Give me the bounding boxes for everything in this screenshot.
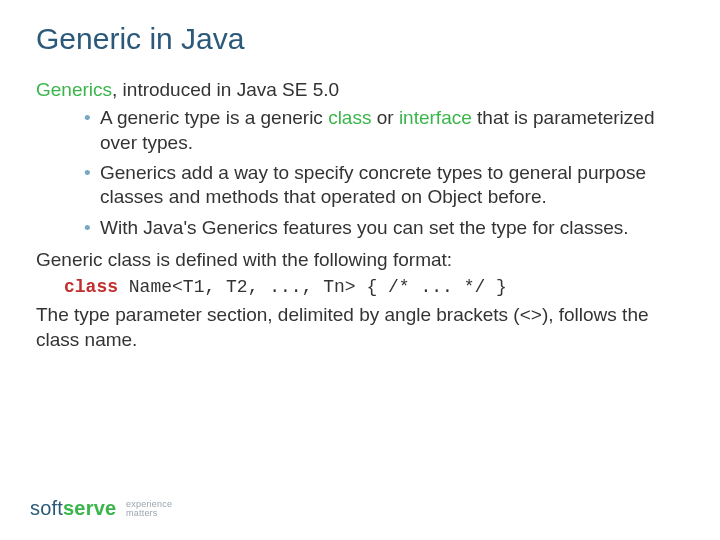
keyword-class: class — [328, 107, 371, 128]
bullet-text: Generics add a way to specify concrete t… — [100, 162, 646, 207]
keyword-class-code: class — [64, 277, 118, 297]
logo-tag2: matters — [126, 509, 172, 518]
bullet-text: With Java's Generics features you can se… — [100, 217, 628, 238]
intro-rest: , introduced in Java SE 5.0 — [112, 79, 339, 100]
keyword-generics: Generics — [36, 79, 112, 100]
format-line: Generic class is defined with the follow… — [36, 248, 684, 272]
slide-body: Generics, introduced in Java SE 5.0 A ge… — [36, 78, 684, 352]
bullet-text: A generic type is a generic — [100, 107, 328, 128]
code-rest: Name<T1, T2, ..., Tn> { /* ... */ } — [118, 277, 507, 297]
logo-serve: serve — [63, 497, 116, 519]
slide-title: Generic in Java — [36, 22, 684, 56]
list-item: Generics add a way to specify concrete t… — [84, 161, 684, 210]
bullet-list: A generic type is a generic class or int… — [36, 106, 684, 240]
logo-tagline: experience matters — [126, 500, 172, 519]
bullet-text: or — [371, 107, 398, 128]
keyword-interface: interface — [399, 107, 472, 128]
logo-soft: soft — [30, 497, 63, 519]
logo: softserve experience matters — [30, 497, 172, 520]
intro-line: Generics, introduced in Java SE 5.0 — [36, 78, 684, 102]
closing-line: The type parameter section, delimited by… — [36, 303, 684, 352]
code-line: class Name<T1, T2, ..., Tn> { /* ... */ … — [64, 276, 684, 299]
list-item: A generic type is a generic class or int… — [84, 106, 684, 155]
list-item: With Java's Generics features you can se… — [84, 216, 684, 240]
slide: Generic in Java Generics, introduced in … — [0, 0, 720, 352]
